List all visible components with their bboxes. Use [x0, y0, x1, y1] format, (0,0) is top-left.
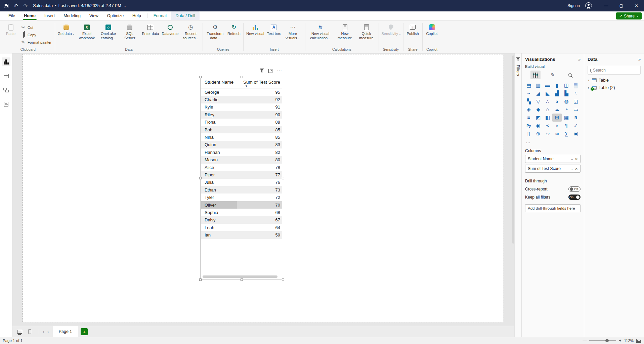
- menu-tab-format[interactable]: Format: [149, 11, 171, 20]
- table-visual[interactable]: ⋯ Student Name Sum of Test Score ▼ Georg…: [200, 77, 283, 280]
- table-row[interactable]: Nina85: [201, 133, 282, 141]
- report-view-button[interactable]: [2, 57, 10, 66]
- cell-test-score[interactable]: 73: [237, 186, 282, 194]
- resize-handle[interactable]: [282, 76, 284, 78]
- cell-student-name[interactable]: Fiona: [201, 119, 237, 126]
- menu-tab-file[interactable]: File: [4, 11, 19, 20]
- table-row[interactable]: Quinn83: [201, 141, 282, 148]
- line-chart-icon[interactable]: ~: [524, 89, 533, 97]
- sql-server-button[interactable]: SQL Server: [119, 22, 140, 41]
- cell-test-score[interactable]: 95: [237, 88, 282, 96]
- copilot-button[interactable]: Copilot: [424, 22, 440, 37]
- data-search-box[interactable]: [588, 66, 641, 75]
- page-tab[interactable]: Page 1: [53, 326, 78, 337]
- onelake-catalog-button[interactable]: ◇ OneLake catalog⌄: [98, 22, 119, 41]
- previous-page-icon[interactable]: ‹: [41, 329, 46, 334]
- cell-test-score[interactable]: 72: [237, 194, 282, 201]
- cell-student-name[interactable]: Piper: [201, 171, 237, 178]
- get-data-button[interactable]: Get data⌄: [57, 22, 76, 37]
- cell-test-score[interactable]: 82: [237, 148, 282, 156]
- cell-test-score[interactable]: 92: [237, 96, 282, 103]
- menu-tab-insert[interactable]: Insert: [40, 11, 59, 20]
- cell-student-name[interactable]: George: [201, 88, 237, 96]
- metrics-icon[interactable]: ✓: [571, 122, 581, 130]
- button-slicer-icon[interactable]: ▣: [571, 130, 581, 138]
- resize-handle[interactable]: [199, 177, 202, 179]
- cell-student-name[interactable]: Julia: [201, 179, 237, 186]
- kpi-icon[interactable]: ◩: [533, 114, 543, 122]
- format-visual-tab[interactable]: ✎: [548, 71, 558, 79]
- paginated-report-icon[interactable]: ▯: [524, 130, 533, 138]
- cell-test-score[interactable]: 91: [237, 103, 282, 111]
- cell-test-score[interactable]: 67: [237, 216, 282, 224]
- recent-sources-button[interactable]: ◷ Recent sources⌄: [180, 22, 201, 41]
- area-chart-icon[interactable]: ◢: [533, 89, 543, 97]
- column-header-student-name[interactable]: Student Name: [201, 80, 237, 85]
- table-row[interactable]: Fiona88: [201, 119, 282, 126]
- table-icon[interactable]: ⊞: [552, 114, 562, 122]
- table-row[interactable]: Ian59: [201, 231, 282, 239]
- scatter-chart-icon[interactable]: ∴: [543, 97, 552, 105]
- cell-student-name[interactable]: Oliver: [201, 201, 237, 209]
- cell-test-score[interactable]: 85: [237, 126, 282, 133]
- cell-test-score[interactable]: 77: [237, 171, 282, 178]
- dataverse-button[interactable]: Dataverse: [161, 22, 179, 37]
- cell-test-score[interactable]: 64: [237, 224, 282, 231]
- stacked-area-chart-icon[interactable]: ◣: [543, 89, 552, 97]
- cell-student-name[interactable]: Quinn: [201, 141, 237, 148]
- column-header-sum-of-test-score[interactable]: Sum of Test Score: [237, 80, 282, 85]
- arcgis-map-icon[interactable]: ⊕: [533, 130, 543, 138]
- cell-student-name[interactable]: Alice: [201, 164, 237, 171]
- stacked-bar-chart-icon[interactable]: ▤: [524, 81, 533, 89]
- menu-tab-home[interactable]: Home: [19, 11, 40, 20]
- slicer-icon[interactable]: ◧: [543, 114, 552, 122]
- cell-test-score[interactable]: 59: [237, 231, 282, 239]
- next-page-icon[interactable]: ›: [46, 329, 50, 334]
- cut-button[interactable]: ✂Cut: [19, 25, 53, 30]
- data-table-table-2[interactable]: ›Table (2): [584, 84, 644, 91]
- title-chevron-down-icon[interactable]: ⌄: [124, 4, 127, 7]
- cell-student-name[interactable]: Riley: [201, 111, 237, 118]
- cell-student-name[interactable]: Mason: [201, 156, 237, 164]
- table-view-button[interactable]: [2, 72, 10, 80]
- key-influencers-icon[interactable]: ◉: [533, 122, 543, 130]
- zoom-in-button[interactable]: +: [619, 338, 621, 343]
- resize-handle[interactable]: [241, 278, 243, 281]
- mobile-layout-button[interactable]: [25, 327, 34, 336]
- cell-test-score[interactable]: 76: [237, 179, 282, 186]
- stacked-column-chart-icon[interactable]: ▥: [533, 81, 543, 89]
- sort-descending-icon[interactable]: ▼: [245, 85, 248, 88]
- collapse-visualizations-pane-icon[interactable]: »: [578, 57, 581, 62]
- report-canvas[interactable]: ⋯ Student Name Sum of Test Score ▼ Georg…: [12, 53, 514, 326]
- menu-tab-view[interactable]: View: [85, 11, 103, 20]
- document-title[interactable]: Sales data • Last saved: 4/18/2025 at 2:…: [33, 3, 126, 8]
- transform-data-button[interactable]: ⚙ Transform data⌄: [205, 22, 225, 41]
- filters-pane-collapsed[interactable]: Filters: [514, 53, 522, 337]
- resize-handle[interactable]: [282, 278, 284, 281]
- paste-button[interactable]: Paste: [3, 22, 18, 37]
- line-and-clustered-column-chart-icon[interactable]: ▙: [562, 89, 571, 97]
- 100-stacked-column-chart-icon[interactable]: ▒: [571, 81, 581, 89]
- table-row[interactable]: Riley90: [201, 111, 282, 118]
- table-row[interactable]: Bob85: [201, 126, 282, 133]
- format-painter-button[interactable]: ✎Format painter: [19, 39, 53, 45]
- clustered-column-chart-icon[interactable]: ▮: [552, 81, 562, 89]
- zoom-out-button[interactable]: —: [583, 338, 587, 343]
- maximize-button[interactable]: ▢: [614, 0, 629, 11]
- publish-button[interactable]: ↑ Publish: [405, 22, 421, 37]
- account-avatar-icon[interactable]: [585, 2, 592, 9]
- visual-horizontal-scrollbar[interactable]: [203, 275, 277, 278]
- cell-test-score[interactable]: 88: [237, 119, 282, 126]
- remove-field-icon[interactable]: ✕: [575, 157, 580, 161]
- menu-tab-optimize[interactable]: Optimize: [103, 11, 128, 20]
- line-and-stacked-column-chart-icon[interactable]: ▟: [552, 89, 562, 97]
- undo-icon[interactable]: ↶: [14, 3, 18, 8]
- field-pill-sum-of-test-score[interactable]: Sum of Test Score⌄✕: [525, 165, 581, 173]
- cell-student-name[interactable]: Tyler: [201, 194, 237, 201]
- copy-button[interactable]: Copy: [19, 32, 53, 38]
- cell-student-name[interactable]: Charlie: [201, 96, 237, 103]
- smart-narrative-icon[interactable]: ¶: [562, 122, 571, 130]
- card-icon[interactable]: ▭: [571, 105, 581, 114]
- model-view-button[interactable]: [2, 86, 10, 94]
- menu-tab-modeling[interactable]: Modeling: [59, 11, 85, 20]
